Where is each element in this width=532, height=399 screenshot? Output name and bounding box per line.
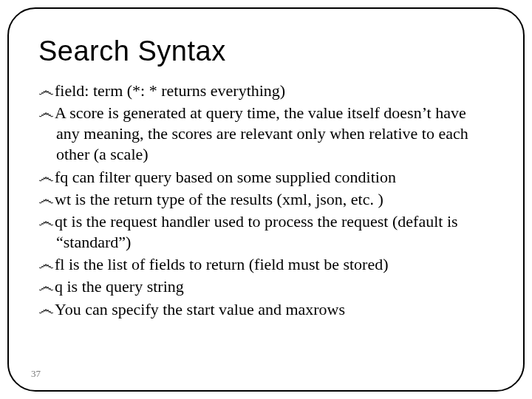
list-item-text: You can specify the start value and maxr… bbox=[55, 300, 345, 318]
list-item-text: wt is the return type of the results (xm… bbox=[55, 190, 383, 208]
bullet-icon: ෴ bbox=[38, 212, 55, 231]
list-item: ෴You can specify the start value and max… bbox=[38, 299, 492, 320]
list-item: ෴fl is the list of fields to return (fie… bbox=[38, 254, 492, 275]
bullet-icon: ෴ bbox=[38, 255, 55, 273]
bullet-icon: ෴ bbox=[38, 277, 55, 296]
list-item-text: field: term (*: * returns everything) bbox=[55, 81, 285, 100]
list-item-text: fl is the list of fields to return (fiel… bbox=[55, 255, 389, 273]
page-number: 37 bbox=[31, 368, 41, 380]
list-item: ෴field: term (*: * returns everything) bbox=[38, 81, 492, 101]
list-item: ෴fq can filter query based on some suppl… bbox=[38, 167, 492, 188]
bullet-icon: ෴ bbox=[38, 168, 55, 186]
bullet-icon: ෴ bbox=[38, 81, 55, 100]
list-item-text: fq can filter query based on some suppli… bbox=[55, 168, 396, 186]
list-item-text: qt is the request handler used to proces… bbox=[55, 212, 458, 251]
list-item: ෴qt is the request handler used to proce… bbox=[38, 211, 492, 253]
slide-frame: Search Syntax ෴field: term (*: * returns… bbox=[7, 7, 525, 392]
bullet-icon: ෴ bbox=[38, 190, 55, 208]
bullet-icon: ෴ bbox=[38, 103, 55, 122]
list-item: ෴q is the query string bbox=[38, 276, 492, 297]
bullet-icon: ෴ bbox=[38, 300, 55, 318]
list-item-text: A score is generated at query time, the … bbox=[55, 103, 468, 163]
bullet-list: ෴field: term (*: * returns everything) ෴… bbox=[37, 81, 495, 320]
slide-title: Search Syntax bbox=[38, 35, 495, 67]
list-item: ෴A score is generated at query time, the… bbox=[38, 103, 492, 165]
list-item-text: q is the query string bbox=[55, 277, 184, 296]
list-item: ෴wt is the return type of the results (x… bbox=[38, 189, 492, 210]
